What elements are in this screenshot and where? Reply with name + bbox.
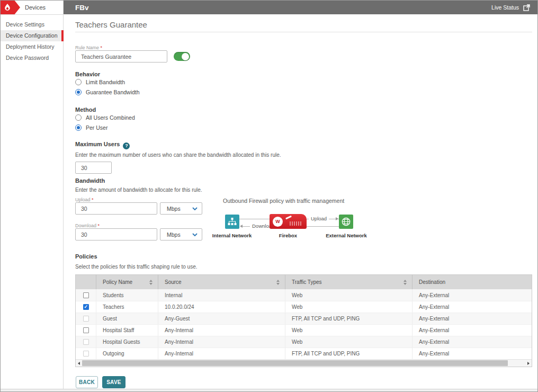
rule-name-input[interactable]: Teachers Guarantee <box>75 50 167 63</box>
upload-unit-select[interactable]: Mbps <box>160 202 202 215</box>
upload-unit-value: Mbps <box>167 206 181 212</box>
topbar: FBv Live Status <box>64 1 537 14</box>
sidebar-nav: Device Settings Device Configuration Dep… <box>1 15 63 64</box>
sidebar-item-deployment-history[interactable]: Deployment History <box>1 41 63 52</box>
diagram-caption: Outbound Firewall policy with traffic ma… <box>223 198 344 204</box>
header-traffic-types[interactable]: Traffic Types <box>285 275 413 289</box>
scrollbar-thumb[interactable] <box>82 360 508 366</box>
firebox-stripe <box>285 216 292 220</box>
header-policy-name[interactable]: Policy Name <box>96 275 158 289</box>
bandwidth-heading: Bandwidth <box>75 177 105 184</box>
radio-label: Per User <box>86 124 107 131</box>
main-content: Teachers Guarantee Rule Name * Teachers … <box>64 14 537 391</box>
help-icon[interactable]: ? <box>123 142 130 149</box>
table-body: Students Internal Web Any-External Teach… <box>76 289 532 359</box>
cell-source: Any-Guest <box>158 313 285 324</box>
back-button[interactable]: BACK <box>76 376 98 388</box>
cell-policy-name: Outgoing <box>96 348 158 359</box>
download-label: Download * <box>75 223 100 228</box>
header-destination[interactable]: Destination <box>413 275 532 289</box>
download-unit-select[interactable]: Mbps <box>160 228 202 240</box>
sidebar-item-device-configuration[interactable]: Device Configuration <box>1 30 63 41</box>
brand-label: Devices <box>25 4 46 11</box>
rule-name-label: Rule Name * <box>75 45 102 50</box>
cell-source: 10.0.20.0/24 <box>158 301 285 313</box>
radio-guarantee-bandwidth[interactable]: Guarantee Bandwidth <box>75 89 140 95</box>
radio-icon <box>75 89 82 95</box>
external-link-icon <box>523 4 530 11</box>
scroll-right-arrow[interactable] <box>525 360 532 367</box>
radio-limit-bandwidth[interactable]: Limit Bandwidth <box>75 79 125 85</box>
header-source[interactable]: Source <box>158 275 285 289</box>
upload-input[interactable]: 30 <box>75 202 157 215</box>
radio-all-users-combined[interactable]: All Users Combined <box>75 114 135 121</box>
cell-destination: Any-External <box>413 301 532 313</box>
external-network-label: External Network <box>323 233 370 238</box>
policy-checkbox[interactable] <box>83 304 89 310</box>
internal-network-node <box>225 215 239 229</box>
brand-header: Devices <box>1 1 63 15</box>
radio-per-user[interactable]: Per User <box>75 124 107 131</box>
live-status-label: Live Status <box>491 4 519 11</box>
header-checkbox-column <box>76 275 96 289</box>
table-row: Hospital Staff Any-Internal Web Any-Exte… <box>76 324 532 336</box>
maximum-users-heading: Maximum Users? <box>75 141 130 149</box>
download-arrow-icon <box>240 225 243 228</box>
cell-traffic-types: FTP, All TCP and UDP, PING <box>285 348 413 359</box>
cell-traffic-types: Web <box>285 301 413 313</box>
sidebar-item-device-password[interactable]: Device Password <box>1 52 63 64</box>
sort-icon[interactable] <box>149 280 153 285</box>
policies-description: Select the policies for this traffic sha… <box>75 264 198 270</box>
rule-enabled-toggle[interactable] <box>174 52 190 61</box>
download-unit-value: Mbps <box>167 231 181 238</box>
table-row: Hospital Guests Any-Internal Web Any-Ext… <box>76 336 532 348</box>
network-sitemap-icon <box>228 218 237 226</box>
cell-policy-name: Guest <box>96 313 158 324</box>
firebox-label: Firebox <box>270 233 307 238</box>
chevron-down-icon <box>192 233 198 236</box>
policy-checkbox[interactable] <box>83 292 89 298</box>
internal-network-label: Internal Network <box>209 233 255 238</box>
device-title: FBv <box>75 4 89 12</box>
column-label: Traffic Types <box>292 279 322 285</box>
cell-destination: Any-External <box>413 313 532 324</box>
maximum-users-input[interactable]: 30 <box>75 162 112 174</box>
radio-label: Limit Bandwidth <box>86 79 125 85</box>
radio-icon <box>75 114 82 121</box>
cell-destination: Any-External <box>413 348 532 359</box>
chevron-down-icon <box>192 207 198 210</box>
cell-policy-name: Hospital Guests <box>96 336 158 348</box>
cell-traffic-types: FTP, All TCP and UDP, PING <box>285 313 413 324</box>
policy-checkbox[interactable] <box>83 327 89 333</box>
sort-icon[interactable] <box>276 280 280 285</box>
method-heading: Method <box>75 106 96 113</box>
firebox-vents <box>290 221 301 226</box>
toggle-knob <box>182 53 189 60</box>
app-window: Devices Device Settings Device Configura… <box>0 0 538 392</box>
save-button[interactable]: SAVE <box>102 376 125 388</box>
table-row: Students Internal Web Any-External <box>76 289 532 301</box>
cell-destination: Any-External <box>413 325 532 336</box>
globe-icon <box>342 217 351 226</box>
cell-source: Any-Internal <box>158 348 285 359</box>
horizontal-scrollbar[interactable] <box>76 359 532 367</box>
download-input[interactable]: 30 <box>75 228 157 240</box>
column-label: Policy Name <box>103 279 132 285</box>
radio-label: Guarantee Bandwidth <box>86 89 140 95</box>
scroll-left-arrow[interactable] <box>76 360 82 367</box>
upload-arrow-icon <box>336 217 338 220</box>
firebox-device: W <box>270 214 307 229</box>
cell-policy-name: Teachers <box>96 301 158 313</box>
sort-icon[interactable] <box>403 280 407 285</box>
column-label: Source <box>165 279 182 285</box>
cell-source: Any-Internal <box>158 336 285 348</box>
brand-badge <box>1 1 20 14</box>
table-row: Guest Any-Guest FTP, All TCP and UDP, PI… <box>76 313 532 324</box>
cell-traffic-types: Web <box>285 289 413 301</box>
sidebar: Devices Device Settings Device Configura… <box>1 1 64 391</box>
live-status-link[interactable]: Live Status <box>491 4 530 11</box>
sidebar-item-device-settings[interactable]: Device Settings <box>1 19 63 30</box>
policies-heading: Policies <box>75 253 97 260</box>
scrollbar-track[interactable] <box>82 360 525 367</box>
page-title: Teachers Guarantee <box>75 20 147 29</box>
